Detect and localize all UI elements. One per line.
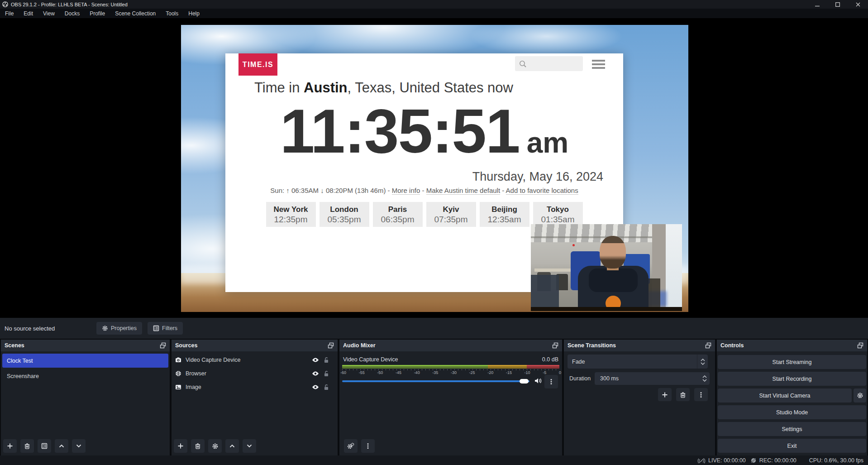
title-bar[interactable]: OBS 29.1.2 - Profile: LLHLS BETA - Scene… — [0, 0, 868, 9]
start-virtual-camera-button[interactable]: Start Virtual Camera — [718, 388, 852, 403]
timeis-search-box — [515, 56, 583, 71]
scene-filters-button[interactable] — [38, 439, 51, 453]
world-clock-beijing: Beijing12:35am — [480, 202, 529, 227]
duration-spinner[interactable]: 300 ms — [595, 372, 710, 385]
popout-icon[interactable] — [705, 342, 711, 349]
globe-icon — [175, 370, 181, 377]
lock-icon[interactable] — [323, 384, 329, 390]
studio-mode-button[interactable]: Studio Mode — [718, 405, 866, 419]
menu-tools[interactable]: Tools — [161, 9, 183, 18]
menu-profile[interactable]: Profile — [85, 9, 110, 18]
cpu-fps-stats: CPU: 0.6%, 30.00 fps — [809, 457, 863, 464]
transitions-header[interactable]: Scene Transitions — [564, 340, 715, 351]
scene-move-down-button[interactable] — [72, 439, 86, 453]
popout-icon[interactable] — [328, 342, 334, 349]
minimize-button[interactable] — [807, 0, 827, 9]
scenes-dock-header[interactable]: Scenes — [1, 340, 170, 351]
rec-timer: REC: 00:00:00 — [759, 457, 796, 464]
eye-icon[interactable] — [312, 357, 319, 363]
timeis-logo: TIME.IS — [238, 53, 277, 76]
filters-button[interactable]: Filters — [148, 322, 183, 335]
source-move-up-button[interactable] — [225, 439, 239, 453]
eye-icon[interactable] — [312, 371, 319, 376]
add-transition-button[interactable] — [658, 388, 672, 401]
more-info-link: More info — [392, 187, 420, 195]
live-inactive-icon — [697, 457, 706, 464]
start-recording-button[interactable]: Start Recording — [718, 372, 866, 386]
lock-icon[interactable] — [323, 370, 329, 377]
kebab-menu-icon — [365, 443, 371, 449]
menu-file[interactable]: File — [0, 9, 19, 18]
mixer-channel-name: Video Capture Device — [343, 356, 398, 363]
popout-icon[interactable] — [552, 342, 558, 349]
audio-mixer-dock: Audio Mixer Video Capture Device 0.0 dB … — [339, 340, 562, 455]
volume-slider[interactable] — [342, 380, 529, 382]
source-row-video-capture[interactable]: Video Capture Device — [172, 353, 338, 367]
remove-transition-button[interactable] — [676, 388, 690, 401]
start-streaming-button[interactable]: Start Streaming — [718, 355, 866, 369]
volume-meter — [342, 365, 559, 369]
trash-icon — [195, 443, 201, 449]
obs-logo-icon — [2, 1, 8, 7]
properties-button[interactable]: Properties — [96, 322, 142, 335]
world-clock-paris: Paris06:35pm — [373, 202, 423, 227]
transition-menu-button[interactable] — [694, 388, 708, 401]
transition-select[interactable]: Fade — [568, 355, 708, 369]
speaker-icon[interactable] — [534, 377, 542, 384]
webcam-overlay-source[interactable] — [531, 224, 682, 311]
chevron-down-icon — [701, 362, 705, 365]
chevron-down-icon — [246, 443, 253, 449]
city-name: Austin — [304, 80, 347, 96]
live-timer: LIVE: 00:00:00 — [708, 457, 746, 464]
exit-button[interactable]: Exit — [718, 439, 866, 453]
scene-item-clock-test[interactable]: Clock Test — [2, 354, 168, 368]
source-row-image[interactable]: Image — [172, 380, 338, 394]
mixer-channel-menu-button[interactable] — [544, 375, 558, 388]
spin-up-icon[interactable] — [702, 375, 707, 378]
menu-help[interactable]: Help — [183, 9, 205, 18]
source-status-bar: No source selected Properties Filters — [0, 318, 868, 339]
virtual-camera-config-button[interactable] — [854, 388, 866, 403]
trash-icon — [680, 392, 686, 398]
settings-button[interactable]: Settings — [718, 422, 866, 436]
menu-edit[interactable]: Edit — [19, 9, 38, 18]
source-row-browser[interactable]: Browser — [172, 367, 338, 380]
menu-docks[interactable]: Docks — [60, 9, 85, 18]
sources-dock-header[interactable]: Sources — [172, 340, 338, 351]
mixer-menu-button[interactable] — [361, 439, 375, 453]
add-favorite-link: Add to favorite locations — [506, 187, 578, 195]
transitions-dock: Scene Transitions Fade Duration 300 ms — [564, 340, 715, 455]
program-video-frame[interactable]: TIME.IS Time in Austin, Texas, United St… — [181, 25, 688, 312]
source-move-down-button[interactable] — [243, 439, 256, 453]
eye-icon[interactable] — [312, 384, 319, 390]
status-bar: LIVE: 00:00:00 REC: 00:00:00 CPU: 0.6%, … — [0, 455, 868, 465]
hamburger-menu-icon — [592, 60, 605, 69]
remove-source-button[interactable] — [191, 439, 205, 453]
chevron-down-icon — [76, 443, 82, 449]
add-scene-button[interactable] — [3, 439, 17, 453]
lock-icon[interactable] — [323, 357, 329, 363]
popout-icon[interactable] — [857, 342, 863, 349]
menu-bar: File Edit View Docks Profile Scene Colle… — [0, 9, 868, 18]
remove-scene-button[interactable] — [20, 439, 34, 453]
add-source-button[interactable] — [174, 439, 187, 453]
source-properties-button[interactable] — [208, 439, 222, 453]
menu-scene-collection[interactable]: Scene Collection — [110, 9, 161, 18]
menu-view[interactable]: View — [38, 9, 60, 18]
maximize-button[interactable] — [827, 0, 848, 9]
scene-move-up-button[interactable] — [55, 439, 68, 453]
scenes-dock: Scenes Clock Test Screenshare — [1, 340, 170, 455]
kebab-menu-icon — [548, 379, 554, 385]
preview-canvas[interactable]: TIME.IS Time in Austin, Texas, United St… — [0, 18, 868, 318]
advanced-audio-button[interactable] — [344, 439, 358, 453]
chevron-up-icon — [229, 443, 235, 449]
scene-item-screenshare[interactable]: Screenshare — [2, 369, 168, 383]
controls-header[interactable]: Controls — [717, 340, 867, 351]
close-button[interactable] — [848, 0, 868, 9]
popout-icon[interactable] — [160, 342, 166, 349]
audio-mixer-header[interactable]: Audio Mixer — [339, 340, 562, 351]
filter-icon — [153, 325, 159, 331]
sources-dock: Sources Video Capture Device Browser Ima… — [172, 340, 338, 455]
spin-down-icon[interactable] — [702, 379, 707, 382]
volume-slider-handle[interactable] — [520, 379, 529, 384]
